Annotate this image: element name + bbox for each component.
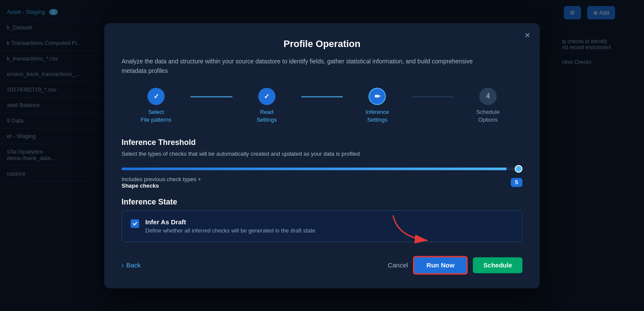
connector-2-3 bbox=[301, 97, 343, 97]
inference-threshold-subtitle: Select the types of checks that will be … bbox=[122, 151, 522, 157]
back-chevron-icon: ‹ bbox=[122, 261, 124, 269]
step-1-circle: ✓ bbox=[147, 88, 165, 105]
step-4-circle: 4 bbox=[479, 88, 497, 105]
step-4-label: ScheduleOptions bbox=[476, 109, 500, 124]
step-1-label: SelectFile patterns bbox=[141, 109, 172, 124]
infer-title: Infer As Draft bbox=[145, 218, 316, 226]
run-now-button[interactable]: Run Now bbox=[413, 256, 468, 274]
modal-title: Profile Operation bbox=[122, 38, 522, 50]
checkmark-icon-2: ✓ bbox=[264, 92, 269, 101]
step-4-number: 4 bbox=[486, 93, 490, 101]
footer-right: Cancel Run Now Schedule bbox=[388, 256, 522, 274]
slider-container: Includes previous check types + Shape ch… bbox=[122, 164, 522, 189]
pencil-icon: ✏ bbox=[375, 92, 380, 101]
step-1: ✓ SelectFile patterns bbox=[122, 88, 191, 124]
step-4: 4 ScheduleOptions bbox=[453, 88, 522, 124]
step-2: ✓ ReadSettings bbox=[232, 88, 301, 124]
inference-slider[interactable] bbox=[122, 167, 522, 170]
connector-3-4 bbox=[412, 97, 453, 97]
inference-state-title: Inference State bbox=[122, 198, 522, 207]
step-2-label: ReadSettings bbox=[256, 109, 277, 124]
schedule-button[interactable]: Schedule bbox=[473, 257, 522, 273]
slider-label: Includes previous check types + Shape ch… bbox=[122, 176, 201, 189]
step-3: ✏ InferenceSettings bbox=[343, 88, 412, 124]
inference-threshold-title: Inference Threshold bbox=[122, 138, 522, 147]
back-button[interactable]: ‹ Back bbox=[122, 261, 141, 269]
stepper: ✓ SelectFile patterns ✓ ReadSettings ✏ I… bbox=[122, 88, 522, 124]
connector-1-2 bbox=[191, 97, 232, 97]
close-button[interactable]: × bbox=[525, 31, 530, 40]
checkmark-icon-1: ✓ bbox=[153, 92, 159, 101]
slider-badge: 5 bbox=[511, 178, 522, 187]
step-2-circle: ✓ bbox=[258, 88, 275, 105]
modal-description: Analyze the data and structure within yo… bbox=[122, 57, 492, 76]
profile-operation-modal: × Profile Operation Analyze the data and… bbox=[104, 23, 540, 288]
infer-as-draft-checkbox[interactable] bbox=[131, 219, 139, 228]
cancel-button[interactable]: Cancel bbox=[388, 261, 408, 269]
infer-as-draft-content: Infer As Draft Define whether all inferr… bbox=[145, 218, 316, 234]
step-3-label: InferenceSettings bbox=[366, 109, 389, 124]
inference-state-box: Infer As Draft Define whether all inferr… bbox=[122, 210, 522, 242]
modal-footer: ‹ Back Cancel Run Now Schedule bbox=[122, 256, 522, 274]
step-3-circle: ✏ bbox=[369, 88, 386, 105]
infer-desc: Define whether all inferred checks will … bbox=[145, 227, 316, 234]
